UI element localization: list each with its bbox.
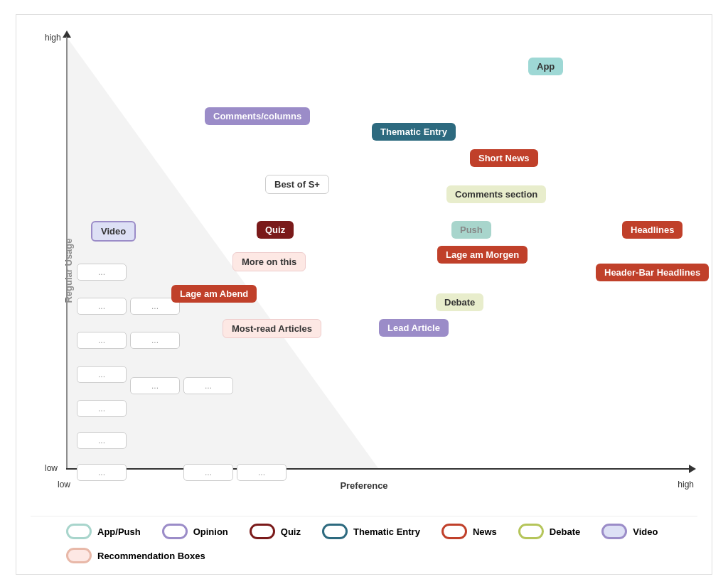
placeholder-7: ...	[77, 464, 127, 481]
x-axis-line	[66, 468, 690, 470]
legend-app-push: App/Push	[66, 524, 141, 539]
placeholder-2: ...	[77, 298, 127, 315]
placeholder-11: ...	[183, 377, 233, 394]
y-axis-label: Regular Usage	[63, 238, 74, 303]
legend-debate: Debate	[518, 524, 580, 539]
placeholder-6: ...	[77, 432, 127, 449]
legend-thematic: Thematic Entry	[322, 524, 420, 539]
chart-area: Regular Usage high low low high Preferen…	[31, 29, 697, 512]
placeholder-10: ...	[130, 377, 180, 394]
chart-container: Regular Usage high low low high Preferen…	[16, 14, 712, 575]
legend: App/PushOpinionQuizThematic EntryNewsDeb…	[31, 516, 697, 567]
placeholder-9: ...	[130, 332, 180, 349]
legend-opinion: Opinion	[162, 524, 228, 539]
x-axis-low: low	[58, 480, 70, 489]
legend-quiz: Quiz	[250, 524, 301, 539]
x-axis-high: high	[678, 480, 694, 489]
y-axis-line	[66, 36, 68, 470]
placeholder-12: ...	[183, 464, 233, 481]
legend-news: News	[441, 524, 497, 539]
placeholder-1: ...	[77, 264, 127, 281]
legend-video: Video	[601, 524, 658, 539]
y-axis-high: high	[45, 33, 61, 43]
y-axis-low: low	[45, 463, 58, 473]
x-axis-label: Preference	[340, 480, 387, 491]
placeholder-3: ...	[77, 332, 127, 349]
placeholder-4: ...	[77, 366, 127, 383]
shaded-background	[66, 36, 690, 468]
placeholder-8: ...	[130, 298, 180, 315]
placeholder-5: ...	[77, 400, 127, 417]
placeholder-13: ...	[237, 464, 287, 481]
legend-recommendation: Recommendation Boxes	[66, 548, 205, 563]
